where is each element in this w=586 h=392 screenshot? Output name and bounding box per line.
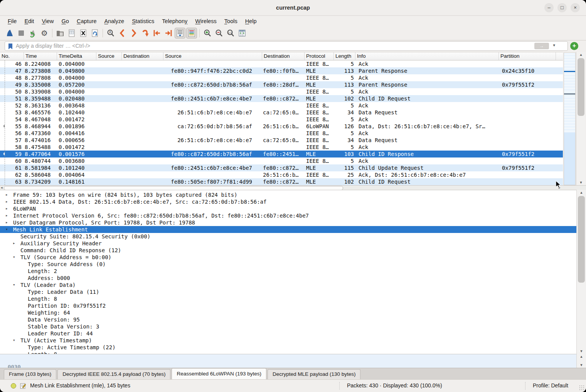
detail-line[interactable]: Type: Leader Data (11) <box>0 288 576 295</box>
byte-view-tab-0[interactable]: Frame (103 bytes) <box>4 369 56 379</box>
packet-list-minimap[interactable] <box>564 52 576 185</box>
detail-line[interactable]: Length: 8 <box>0 351 576 354</box>
details-scrollbar[interactable]: ▲ ▼ <box>576 190 586 354</box>
menu-wireless[interactable]: Wireless <box>191 18 221 24</box>
expander-open-icon[interactable]: ▾ <box>13 337 15 344</box>
expander-closed-icon[interactable]: ▸ <box>5 191 8 198</box>
column-header-protocol[interactable]: Protocol <box>305 52 334 60</box>
packet-row-54[interactable]: 548.4670480.001472IEEE 8…5Ack <box>0 116 563 123</box>
column-header-destination[interactable]: Destination <box>122 52 163 60</box>
packet-row-63[interactable]: 638.7342090.148161fe80::505e:f807:7f81:4… <box>0 178 563 185</box>
packet-row-61[interactable]: 618.5819840.101240fe80::2451:c6b7:e8ce:4… <box>0 164 563 171</box>
column-header-destination[interactable]: Destination <box>262 52 305 60</box>
detail-line[interactable]: ▾Mesh Link Establishment <box>0 226 576 233</box>
detail-line[interactable]: Length: 8 <box>0 295 576 302</box>
go-to-packet-icon[interactable] <box>140 28 151 39</box>
display-filter-input[interactable]: Apply a display filter … <Ctrl-/> → ▾ <box>5 41 568 51</box>
packet-row-53[interactable]: 538.4655760.10244026:51:c6:b7:e8:ce:4b:e… <box>0 109 563 116</box>
expander-closed-icon[interactable]: ▸ <box>5 205 8 212</box>
packet-row-49[interactable]: 498.3350080.057200fe80::c872:650d:b7b8:5… <box>0 81 563 88</box>
menu-edit[interactable]: Edit <box>20 18 38 24</box>
packet-list-scrollbar[interactable]: ▲ ▼ <box>576 52 586 185</box>
resize-columns-icon[interactable] <box>237 28 248 39</box>
packet-row-58[interactable]: 588.4754880.001472IEEE 8…5Ack <box>0 144 563 151</box>
detail-line[interactable]: Weighting: 64 <box>0 309 576 316</box>
packet-row-56[interactable]: 568.4733600.004416IEEE 8…5Ack <box>0 130 563 137</box>
packet-row-62[interactable]: 628.5860480.00406426:51:c6:b…IEEE 8…25Ac… <box>0 171 563 178</box>
apply-filter-button[interactable]: → <box>534 43 549 49</box>
minimize-button[interactable]: – <box>544 3 554 12</box>
detail-line[interactable]: Address: b000 <box>0 275 576 281</box>
packet-row-52[interactable]: 528.3631360.003648IEEE 8…5Ack <box>0 102 563 109</box>
go-forward-icon[interactable] <box>128 28 139 39</box>
menu-go[interactable]: Go <box>58 18 73 24</box>
column-header-time[interactable]: Time <box>24 52 57 60</box>
close-button[interactable]: × <box>571 3 580 12</box>
column-header-no[interactable]: No. <box>0 52 24 60</box>
first-packet-icon[interactable] <box>152 28 162 39</box>
menu-analyze[interactable]: Analyze <box>101 18 128 24</box>
open-file-icon[interactable] <box>55 28 66 39</box>
expander-closed-icon[interactable]: ▸ <box>13 240 15 247</box>
scroll-up-icon[interactable]: ▲ <box>577 190 586 195</box>
detail-line[interactable]: ▸Auxiliary Security Header <box>0 240 576 247</box>
column-header-info[interactable]: Info <box>355 52 499 60</box>
menu-file[interactable]: File <box>4 18 20 24</box>
scrollbar-thumb[interactable] <box>578 58 584 116</box>
zoom-original-icon[interactable]: 1:1 <box>225 28 236 39</box>
detail-line[interactable]: ▸IEEE 802.15.4 Data, Dst: 26:51:c6:b7:e8… <box>0 198 576 205</box>
auto-scroll-icon[interactable] <box>175 28 185 39</box>
scroll-down-icon[interactable]: ▼ <box>577 362 586 368</box>
status-profile[interactable]: Profile: Default <box>533 380 568 392</box>
scrollbar-thumb[interactable] <box>578 196 585 283</box>
packet-row-48[interactable]: 488.2778080.004000IEEE 8…5Ack <box>0 74 563 81</box>
expander-open-icon[interactable]: ▾ <box>13 254 15 261</box>
close-file-icon[interactable] <box>78 28 89 39</box>
resize-grip[interactable] <box>579 385 584 390</box>
expander-closed-icon[interactable]: ▸ <box>5 219 8 226</box>
maximize-button[interactable]: □ <box>557 3 567 12</box>
save-file-icon[interactable] <box>66 28 77 39</box>
capture-comment-icon[interactable] <box>20 383 26 389</box>
packet-row-60[interactable]: 608.4807440.003680IEEE 8…5Ack <box>0 157 563 164</box>
detail-line[interactable]: ▸6LoWPAN <box>0 205 576 212</box>
detail-line[interactable]: ▾TLV (Source Address = b0:00) <box>0 254 576 261</box>
column-header-source[interactable]: Source <box>96 52 122 60</box>
scroll-down-icon[interactable]: ▼ <box>577 348 586 354</box>
packet-row-46[interactable]: 468.2240080.004000IEEE 8…5Ack <box>0 60 563 67</box>
column-header-partition[interactable]: Partition <box>499 52 556 60</box>
packet-list-header[interactable]: No.TimeTimeDeltaSourceDestinationSourceD… <box>0 52 563 60</box>
menu-capture[interactable]: Capture <box>73 18 101 24</box>
byte-view-tab-3[interactable]: Decrypted MLE payload (130 bytes) <box>268 369 360 379</box>
column-header-timedelta[interactable]: TimeDelta <box>57 52 96 60</box>
menu-view[interactable]: View <box>38 18 57 24</box>
menu-help[interactable]: Help <box>241 18 261 24</box>
last-packet-icon[interactable] <box>163 28 174 39</box>
hex-dump-pane[interactable]: 0030 00 15 0d 00 00 00 00 00 00 00 01 75… <box>0 354 576 368</box>
packet-row-50[interactable]: 508.3390080.004000IEEE 8…5Ack <box>0 88 563 95</box>
colorize-packets-icon[interactable] <box>186 28 197 39</box>
scroll-up-icon[interactable]: ▲ <box>576 52 586 57</box>
scroll-up-icon[interactable]: ▲ <box>577 354 586 359</box>
go-back-icon[interactable] <box>117 28 128 39</box>
expander-closed-icon[interactable]: ▸ <box>5 198 8 205</box>
stop-capture-icon[interactable] <box>16 28 27 39</box>
filter-bookmark-icon[interactable] <box>8 43 13 50</box>
detail-line[interactable]: Security Suite: 802.15.4 Security (0x00) <box>0 233 576 240</box>
detail-line[interactable]: ▾TLV (Leader Data) <box>0 281 576 288</box>
packet-details[interactable]: ▸Frame 59: 103 bytes on wire (824 bits),… <box>0 190 576 354</box>
detail-line[interactable]: ▸Internet Protocol Version 6, Src: fe80:… <box>0 212 576 219</box>
column-header-source[interactable]: Source <box>163 52 262 60</box>
filter-dropdown-caret-icon[interactable]: ▾ <box>553 43 555 48</box>
detail-line[interactable]: Leader Router ID: 44 <box>0 330 576 337</box>
scroll-down-icon[interactable]: ▼ <box>576 180 586 185</box>
expander-open-icon[interactable]: ▾ <box>13 281 15 288</box>
packet-list[interactable]: 468.2240080.004000IEEE 8…5Ack478.2738080… <box>0 60 563 185</box>
detail-line[interactable]: Command: Child ID Response (12) <box>0 247 576 254</box>
detail-line[interactable]: ▾TLV (Active Timestamp) <box>0 337 576 344</box>
packet-row-57[interactable]: 578.4740160.00065626:51:c6:b7:e8:ce:4b:e… <box>0 137 563 144</box>
menu-statistics[interactable]: Statistics <box>128 18 158 24</box>
detail-line[interactable]: Stable Data Version: 3 <box>0 323 576 330</box>
detail-line[interactable]: Length: 2 <box>0 268 576 275</box>
add-filter-button[interactable]: + <box>570 42 578 50</box>
